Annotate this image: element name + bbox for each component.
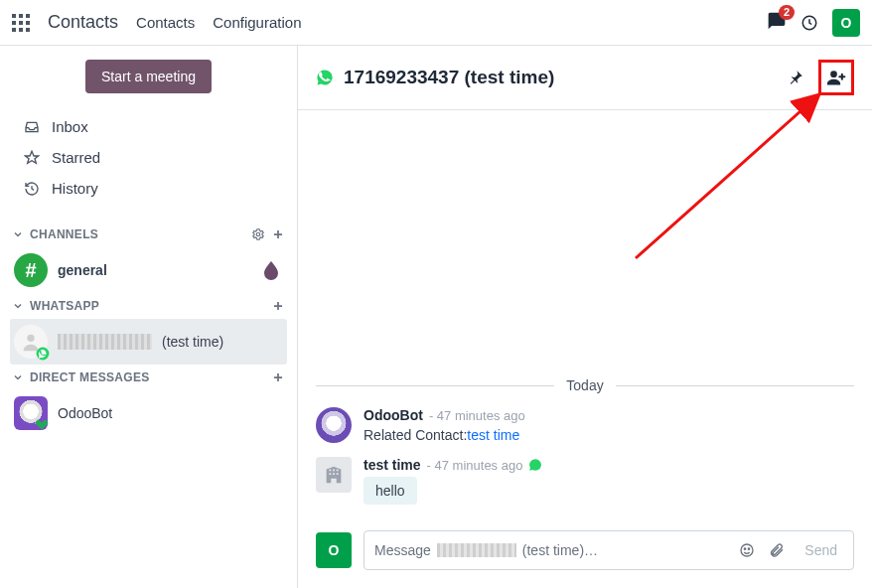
svg-point-5 (741, 544, 753, 556)
sidebar-inbox[interactable]: Inbox (24, 115, 287, 138)
nav-configuration[interactable]: Configuration (213, 14, 301, 31)
sidebar-history[interactable]: History (24, 177, 287, 200)
dm-odoobot-label: OdooBot (58, 405, 112, 421)
chevron-down-icon (12, 300, 24, 312)
plus-icon[interactable] (271, 227, 285, 241)
placeholder-suffix: (test time)… (522, 542, 598, 558)
dm-odoobot[interactable]: OdooBot (10, 390, 287, 436)
composer: O Message (test time)… Send (298, 518, 872, 588)
section-channels-header[interactable]: CHANNELS (10, 221, 287, 247)
channel-general[interactable]: # general (10, 247, 287, 293)
chevron-down-icon (12, 371, 24, 383)
topbar: Contacts Contacts Configuration 2 O (0, 0, 872, 46)
emoji-icon[interactable] (739, 542, 755, 558)
day-divider: Today (316, 377, 854, 393)
composer-avatar: O (316, 532, 352, 568)
section-direct-label: DIRECT MESSAGES (30, 370, 150, 384)
chevron-down-icon (12, 228, 24, 240)
attachment-icon[interactable] (769, 542, 785, 558)
channel-general-label: general (58, 262, 107, 278)
message-time: 47 minutes ago (427, 458, 523, 473)
whatsapp-icon (316, 69, 334, 86)
section-channels-label: CHANNELS (30, 227, 98, 241)
annotation-highlight (818, 60, 854, 95)
plus-icon[interactable] (271, 299, 285, 313)
sidebar-starred[interactable]: Starred (24, 146, 287, 169)
message-input[interactable]: Message (test time)… Send (363, 530, 854, 570)
pin-icon (787, 69, 804, 86)
apps-icon[interactable] (12, 14, 30, 32)
message-body: hello (363, 477, 542, 505)
messages-icon[interactable]: 2 (767, 11, 787, 34)
pin-button[interactable] (783, 65, 808, 90)
placeholder-prefix: Message (374, 542, 431, 558)
message-author: test time (363, 457, 421, 473)
inbox-icon (24, 119, 40, 135)
svg-point-7 (749, 548, 750, 549)
redacted-name (58, 334, 152, 350)
message-row: OdooBot 47 minutes ago Related Contact:t… (316, 407, 854, 443)
bot-avatar-icon (14, 396, 48, 430)
plus-icon[interactable] (271, 370, 285, 384)
star-icon (24, 150, 40, 166)
conversation-pane: 17169233437 (test time) Today (298, 46, 872, 588)
history-icon (24, 181, 40, 197)
contact-link[interactable]: test time (467, 427, 519, 443)
gear-icon[interactable] (251, 227, 265, 241)
add-user-icon (826, 68, 846, 87)
hash-icon: # (14, 253, 48, 287)
building-icon (316, 457, 352, 493)
topbar-right: 2 O (767, 9, 860, 37)
drop-icon (259, 258, 283, 282)
message-time: 47 minutes ago (429, 408, 525, 423)
nav-contacts[interactable]: Contacts (136, 14, 195, 31)
conversation-title: 17169233437 (test time) (344, 67, 554, 88)
message-body: Related Contact:test time (363, 427, 525, 443)
message-body-prefix: Related Contact: (363, 427, 467, 443)
section-direct-header[interactable]: DIRECT MESSAGES (10, 365, 287, 390)
sidebar-inbox-label: Inbox (52, 118, 88, 135)
svg-point-1 (256, 232, 260, 236)
message-placeholder: Message (test time)… (374, 542, 729, 558)
section-whatsapp-header[interactable]: WHATSAPP (10, 293, 287, 319)
messages-badge: 2 (779, 5, 795, 20)
user-avatar[interactable]: O (832, 9, 860, 37)
message-bubble: hello (363, 477, 417, 505)
svg-point-2 (27, 335, 34, 342)
whatsapp-icon (36, 347, 50, 361)
day-label: Today (566, 377, 603, 393)
whatsapp-chat-item[interactable]: (test time) (10, 319, 287, 365)
bot-avatar-icon (316, 407, 352, 443)
conversation-header: 17169233437 (test time) (298, 46, 872, 110)
sidebar-starred-label: Starred (52, 149, 100, 166)
conversation-body: Today OdooBot 47 minutes ago Related Con… (298, 110, 872, 518)
section-whatsapp-label: WHATSAPP (30, 299, 99, 313)
svg-point-4 (830, 71, 837, 77)
sidebar: Start a meeting Inbox Starred History CH… (0, 46, 298, 588)
contact-avatar (14, 325, 48, 359)
start-meeting-button[interactable]: Start a meeting (85, 60, 212, 93)
whatsapp-item-suffix: (test time) (162, 334, 223, 350)
add-user-button[interactable] (823, 65, 849, 90)
sidebar-history-label: History (52, 180, 98, 197)
redacted-name (437, 543, 516, 557)
activity-icon[interactable] (800, 14, 818, 32)
app-brand[interactable]: Contacts (48, 12, 118, 33)
svg-point-6 (745, 548, 746, 549)
main: Start a meeting Inbox Starred History CH… (0, 46, 872, 588)
message-author: OdooBot (363, 407, 423, 423)
send-button[interactable]: Send (799, 542, 843, 558)
message-row: test time 47 minutes ago hello (316, 457, 854, 505)
sidebar-nav: Inbox Starred History (10, 115, 287, 200)
whatsapp-icon (528, 458, 542, 472)
